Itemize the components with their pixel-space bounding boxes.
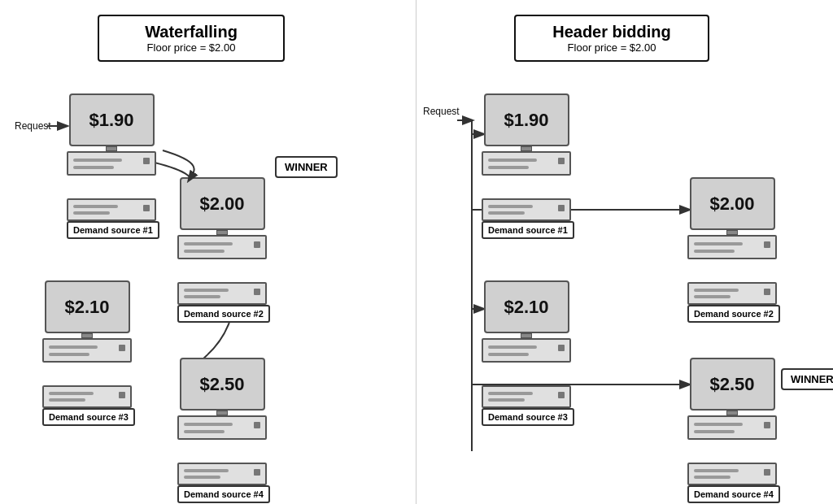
header-bidding-subtitle: Floor price = $2.00 bbox=[532, 41, 691, 54]
waterfalling-ds4: $2.50 Demand source #4 bbox=[177, 358, 267, 485]
waterfalling-ds2-price: $2.00 bbox=[199, 193, 244, 215]
header-bidding-section: Header bidding Floor price = $2.00 Reque… bbox=[416, 0, 833, 504]
header-bidding-request-label: Request bbox=[423, 106, 460, 117]
waterfalling-ds3-price: $2.10 bbox=[64, 297, 109, 318]
waterfalling-ds4-price: $2.50 bbox=[199, 374, 244, 395]
header-bidding-ds3-label: Demand source #3 bbox=[482, 408, 574, 426]
header-bidding-ds2-label: Demand source #2 bbox=[687, 305, 780, 323]
waterfalling-request-label: Request bbox=[15, 120, 51, 132]
waterfalling-ds1: $1.90 Demand source #1 bbox=[67, 93, 156, 221]
waterfalling-ds3-label: Demand source #3 bbox=[42, 408, 135, 426]
waterfalling-ds4-label: Demand source #4 bbox=[177, 485, 270, 503]
header-bidding-ds1-label: Demand source #1 bbox=[482, 221, 574, 239]
waterfalling-ds3: $2.10 Demand source #3 bbox=[42, 280, 132, 408]
diagram-container: Waterfalling Floor price = $2.00 Request… bbox=[0, 0, 833, 504]
header-bidding-ds2: $2.00 Demand source #2 bbox=[687, 177, 777, 305]
header-bidding-ds3-price: $2.10 bbox=[504, 297, 548, 318]
waterfalling-title: Waterfalling bbox=[116, 23, 267, 41]
waterfalling-title-box: Waterfalling Floor price = $2.00 bbox=[98, 15, 285, 62]
header-bidding-ds2-price: $2.00 bbox=[709, 193, 754, 215]
waterfalling-ds2: $2.00 Demand source #2 bbox=[177, 177, 267, 305]
header-bidding-winner-badge: WINNER bbox=[781, 368, 833, 390]
header-bidding-ds3: $2.10 Demand source #3 bbox=[482, 280, 571, 408]
header-bidding-ds4-price: $2.50 bbox=[709, 374, 754, 395]
waterfalling-ds2-label: Demand source #2 bbox=[177, 305, 270, 323]
header-bidding-title: Header bidding bbox=[532, 23, 691, 41]
header-bidding-ds4: $2.50 Demand source #4 bbox=[687, 358, 777, 485]
header-bidding-ds4-label: Demand source #4 bbox=[687, 485, 780, 503]
waterfalling-ds1-price: $1.90 bbox=[89, 110, 133, 131]
header-bidding-ds1-price: $1.90 bbox=[504, 110, 548, 131]
waterfalling-subtitle: Floor price = $2.00 bbox=[116, 41, 267, 54]
header-bidding-title-box: Header bidding Floor price = $2.00 bbox=[514, 15, 709, 62]
waterfalling-section: Waterfalling Floor price = $2.00 Request… bbox=[0, 0, 416, 504]
waterfalling-winner-badge: WINNER bbox=[275, 156, 338, 178]
waterfalling-ds1-label: Demand source #1 bbox=[67, 221, 159, 239]
header-bidding-ds1: $1.90 Demand source #1 bbox=[482, 93, 571, 221]
